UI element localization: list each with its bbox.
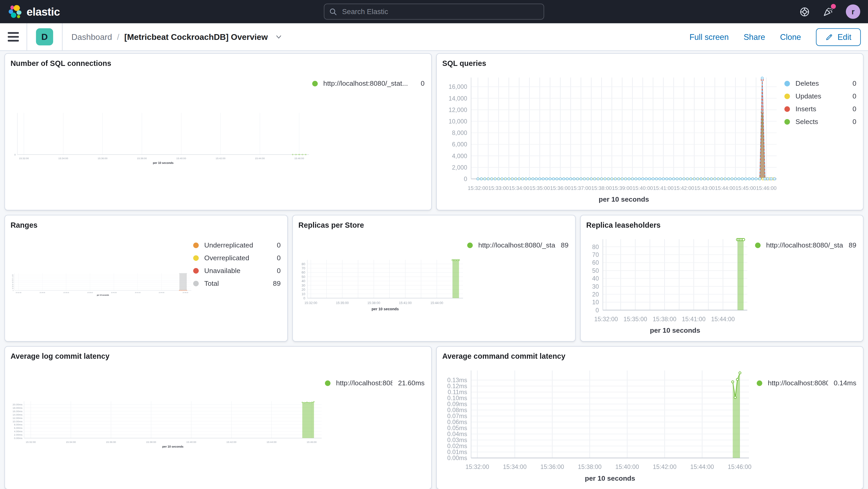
search-icon — [330, 8, 337, 16]
legend-item-http-localhost-8080[interactable]: http://localhost:8080...0.14ms — [757, 379, 857, 387]
legend-item-selects[interactable]: Selects0 — [784, 118, 856, 126]
svg-text:60: 60 — [592, 259, 599, 266]
chart-legend: Underreplicated0Overreplicated0Unavailab… — [193, 230, 282, 338]
legend-value: 0 — [271, 254, 281, 262]
svg-text:15:35:00: 15:35:00 — [529, 185, 550, 191]
legend-label: http://localhost:8080... — [768, 379, 828, 387]
panel-title: Average log commit latency — [10, 352, 426, 362]
dashboard-app-badge[interactable]: D — [36, 28, 53, 45]
legend-item-unavailable[interactable]: Unavailable0 — [193, 267, 281, 275]
global-search[interactable] — [324, 4, 544, 20]
svg-text:70: 70 — [12, 276, 13, 278]
svg-text:15:42:00: 15:42:00 — [674, 185, 694, 191]
panel-ranges: Ranges0102030405060708015:32:0015:34:001… — [4, 215, 288, 342]
svg-text:15:44:00: 15:44:00 — [431, 301, 443, 305]
legend-value: 0 — [271, 242, 281, 249]
panel-body: 0.00ms2.00ms4.00ms6.00ms8.00ms10.00ms12.… — [10, 362, 426, 486]
chart-ranges[interactable]: 0102030405060708015:32:0015:34:0015:36:0… — [10, 230, 193, 338]
legend-dot — [312, 81, 318, 86]
chart-legend: http://localhost:8080/_stat...0 — [312, 69, 426, 207]
svg-text:0.08ms: 0.08ms — [447, 407, 467, 414]
search-input[interactable] — [341, 7, 538, 17]
legend-item-http-localhost-8080-sta[interactable]: http://localhost:8080/_sta...89 — [755, 242, 856, 249]
title-caret-button[interactable] — [275, 33, 282, 41]
svg-text:per 10 seconds: per 10 seconds — [153, 161, 174, 164]
help-button[interactable] — [798, 5, 810, 18]
panel-replica-leaseholders: Replica leaseholders0102030405060708015:… — [580, 215, 864, 342]
svg-text:15:42:00: 15:42:00 — [135, 292, 141, 293]
legend-label: Unavailable — [204, 267, 240, 275]
panel-avg-log-commit-latency: Average log commit latency0.00ms2.00ms4.… — [4, 346, 432, 489]
chart-sql-queries[interactable]: 02,0004,0006,0008,00010,00012,00014,0001… — [442, 69, 784, 207]
svg-text:0: 0 — [596, 307, 599, 314]
newsfeed-button[interactable] — [822, 5, 834, 18]
elastic-logo[interactable]: elastic — [8, 4, 60, 19]
chart-legend: http://localhost:8080/_sta...89 — [755, 230, 857, 338]
chart-avg-command-commit-latency[interactable]: 0.00ms0.01ms0.02ms0.03ms0.04ms0.05ms0.06… — [442, 362, 756, 486]
svg-text:0.07ms: 0.07ms — [447, 412, 467, 420]
menu-icon — [8, 32, 19, 34]
legend-value: 89 — [843, 242, 856, 249]
legend-label: http://localhost:8080/_stat... — [323, 80, 408, 88]
svg-text:30: 30 — [592, 283, 599, 290]
svg-text:20.00ms: 20.00ms — [12, 403, 22, 406]
svg-text:0.09ms: 0.09ms — [447, 401, 467, 407]
user-avatar[interactable]: r — [846, 4, 860, 19]
full-screen-button[interactable]: Full screen — [689, 32, 729, 41]
svg-text:0.03ms: 0.03ms — [447, 437, 467, 444]
svg-text:15:46:00: 15:46:00 — [727, 463, 751, 470]
panel-title: Replicas per Store — [299, 220, 570, 230]
chart-replica-leaseholders[interactable]: 0102030405060708015:32:0015:35:0015:38:0… — [586, 230, 755, 338]
legend-dot — [193, 268, 199, 274]
svg-text:15:38:00: 15:38:00 — [87, 292, 93, 293]
global-header: elastic — [0, 0, 868, 23]
svg-text:15:32:00: 15:32:00 — [19, 157, 29, 160]
svg-text:15:40:00: 15:40:00 — [615, 463, 639, 470]
svg-text:60: 60 — [302, 271, 305, 274]
legend-item-updates[interactable]: Updates0 — [784, 92, 856, 100]
clone-button[interactable]: Clone — [780, 32, 801, 41]
breadcrumb-dashboard[interactable]: Dashboard — [71, 32, 112, 41]
legend-label: Overreplicated — [204, 254, 249, 262]
legend-item-http-localhost-808[interactable]: http://localhost:808...21.60ms — [325, 379, 425, 387]
svg-text:0.06ms: 0.06ms — [447, 419, 467, 425]
svg-text:15:34:00: 15:34:00 — [58, 157, 68, 160]
svg-text:15:46:00: 15:46:00 — [756, 185, 777, 191]
menu-button[interactable] — [8, 32, 19, 41]
page-title: [Metricbeat CockroachDB] Overview — [124, 32, 268, 41]
avatar-initial: r — [851, 7, 855, 16]
chart-avg-log-commit-latency[interactable]: 0.00ms2.00ms4.00ms6.00ms8.00ms10.00ms12.… — [10, 362, 325, 486]
svg-text:0: 0 — [464, 176, 467, 182]
edit-button[interactable]: Edit — [816, 28, 861, 45]
legend-value: 0 — [847, 118, 856, 126]
svg-text:15:34:00: 15:34:00 — [39, 292, 45, 293]
chevron-down-icon — [275, 33, 282, 41]
chart-replicas-per-store[interactable]: 0102030405060708015:32:0015:35:0015:38:0… — [299, 230, 467, 338]
svg-text:0.00ms: 0.00ms — [14, 437, 22, 439]
svg-text:30: 30 — [302, 284, 305, 287]
breadcrumb: Dashboard / [Metricbeat CockroachDB] Ove… — [71, 32, 282, 41]
legend-item-http-localhost-8080-sta[interactable]: http://localhost:8080/_sta...89 — [467, 242, 568, 249]
legend-item-http-localhost-8080-stat[interactable]: http://localhost:8080/_stat...0 — [312, 80, 425, 88]
svg-text:15:44:00: 15:44:00 — [255, 157, 265, 160]
svg-text:per 10 seconds: per 10 seconds — [599, 195, 649, 203]
svg-text:per 10 seconds: per 10 seconds — [372, 307, 399, 311]
panel-sql-connections: Number of SQL connections015:32:0015:34:… — [4, 53, 432, 211]
svg-text:15:38:00: 15:38:00 — [653, 316, 676, 323]
legend-item-underreplicated[interactable]: Underreplicated0 — [193, 242, 281, 249]
svg-text:80: 80 — [12, 274, 13, 276]
legend-value: 0.14ms — [828, 379, 856, 387]
legend-item-deletes[interactable]: Deletes0 — [784, 80, 856, 88]
svg-text:80: 80 — [592, 244, 599, 250]
legend-item-total[interactable]: Total89 — [193, 279, 281, 287]
svg-text:15:42:00: 15:42:00 — [216, 157, 225, 160]
svg-text:15:46:00: 15:46:00 — [307, 440, 317, 444]
share-button[interactable]: Share — [744, 32, 765, 41]
legend-label: Deletes — [795, 80, 819, 88]
chart-sql-connections[interactable]: 015:32:0015:34:0015:36:0015:38:0015:40:0… — [10, 69, 312, 207]
svg-text:15:35:00: 15:35:00 — [623, 316, 647, 323]
legend-item-overreplicated[interactable]: Overreplicated0 — [193, 254, 281, 262]
svg-text:8,000: 8,000 — [452, 129, 467, 136]
svg-text:15:40:00: 15:40:00 — [176, 157, 186, 160]
legend-item-inserts[interactable]: Inserts0 — [784, 105, 856, 113]
